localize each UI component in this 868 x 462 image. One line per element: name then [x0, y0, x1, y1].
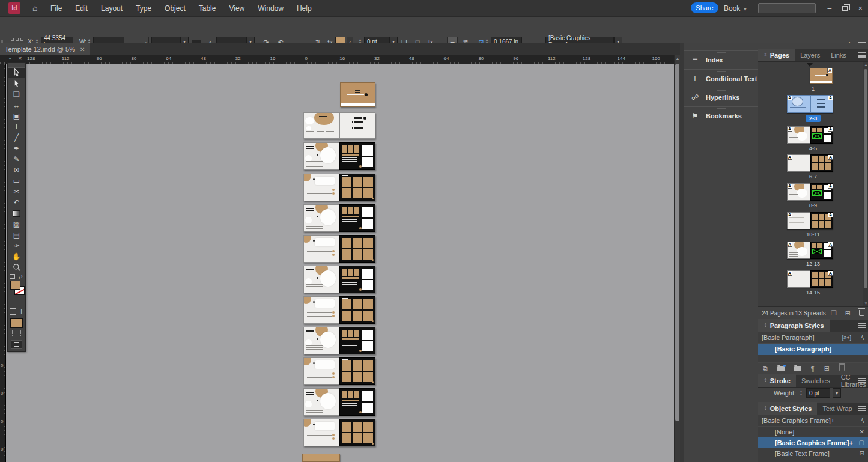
default-fill-stroke-icon[interactable]	[10, 274, 15, 279]
rectangle-frame-tool[interactable]: ⊠	[8, 165, 25, 175]
page-label-8-9[interactable]: 8-9	[758, 202, 868, 208]
gradient-feather-tool[interactable]: ▨	[8, 219, 25, 229]
page-label-1[interactable]: 1	[758, 86, 868, 92]
object-style-row[interactable]: [Basic Text Frame]⊡	[758, 448, 868, 459]
eyedropper-tool[interactable]: ✑	[8, 240, 25, 251]
collapse-panel-icon[interactable]: ⇕	[763, 52, 768, 58]
page-thumbnail-4-5[interactable]: AA	[787, 126, 833, 144]
pen-tool[interactable]: ✒	[8, 143, 25, 154]
tools-panel-grip[interactable]	[8, 63, 25, 67]
weight-dropdown[interactable]: ▾	[833, 388, 841, 398]
page-label-10-11[interactable]: 10-11	[758, 231, 868, 237]
tab-paragraph-styles[interactable]: ⇕Paragraph Styles	[758, 319, 830, 332]
canvas[interactable]: » ✕ 128112968064483216016324864809611212…	[0, 55, 680, 462]
page-thumbnail-1[interactable]: A	[810, 68, 833, 84]
pages-scroll-down-icon[interactable]: ▼	[863, 302, 868, 305]
scissors-tool[interactable]: ✂	[8, 186, 25, 197]
hand-tool[interactable]: ✋	[8, 251, 25, 262]
content-collector-tool[interactable]: ▣	[8, 111, 25, 121]
delete-style-icon[interactable]	[839, 365, 845, 372]
quick-apply-icon[interactable]: ϟ	[861, 335, 864, 341]
document-spread-grid[interactable]	[303, 357, 375, 385]
note-tool[interactable]: ▤	[8, 229, 25, 240]
page-thumbnail-2-3[interactable]: AA	[787, 95, 833, 113]
menu-view[interactable]: View	[229, 4, 244, 13]
pages-scrollbar-thumb[interactable]	[864, 69, 867, 288]
document-spread-grid[interactable]	[303, 235, 375, 263]
object-styles-menu-icon[interactable]	[858, 406, 866, 411]
document-spread-feature[interactable]	[303, 327, 375, 354]
restore-icon[interactable]	[839, 2, 851, 14]
new-page-icon[interactable]: ⊞	[845, 309, 851, 317]
object-style-row[interactable]: [None]✕	[758, 427, 868, 437]
new-group-icon[interactable]	[794, 365, 801, 372]
panel-button-bookmarks[interactable]: ⚑Bookmarks	[684, 106, 758, 125]
close-tab-icon[interactable]: ✕	[80, 46, 85, 53]
page-label-4-5[interactable]: 4-5	[758, 145, 868, 151]
document-spread-toc[interactable]	[303, 112, 375, 139]
selection-tool[interactable]	[8, 67, 25, 78]
document-spread-grid[interactable]	[303, 296, 375, 324]
share-button[interactable]: Share	[691, 2, 718, 13]
rectangle-tool[interactable]: ▭	[8, 175, 25, 186]
style-override-icon[interactable]: ⧉	[763, 365, 768, 372]
document-spread-feature[interactable]	[303, 204, 375, 232]
page-thumbnail-10-11[interactable]: AA	[787, 212, 833, 229]
redefine-icon[interactable]: ¶	[811, 365, 815, 372]
menu-table[interactable]: Table	[199, 4, 216, 13]
tab-text-wrap[interactable]: Text Wrap	[817, 402, 857, 415]
document-spread-grid[interactable]	[303, 419, 375, 446]
tab-pages[interactable]: ⇕Pages	[758, 49, 795, 61]
page-label-2-3[interactable]: 2-3	[758, 115, 868, 122]
paragraph-style-row[interactable]: [Basic Paragraph]	[758, 344, 868, 355]
page-label-12-13[interactable]: 12-13	[758, 261, 868, 267]
page-thumbnail-8-9[interactable]: AA	[787, 183, 833, 201]
page-thumbnail-14-15[interactable]: AA	[787, 270, 833, 288]
book-dropdown[interactable]: Book▾	[724, 4, 747, 13]
collapse-panel-icon[interactable]: ⇕	[763, 378, 768, 383]
menu-layout[interactable]: Layout	[101, 4, 123, 13]
weight-stepper[interactable]: ▲▼	[798, 388, 804, 398]
object-style-row[interactable]: [Basic Graphics Frame]+▢	[758, 437, 868, 448]
gap-tool[interactable]: ↔	[8, 100, 25, 111]
page-tool[interactable]: ❏	[8, 89, 25, 100]
stroke-panel-menu-icon[interactable]	[858, 378, 866, 383]
line-tool[interactable]: ╱	[8, 132, 25, 143]
delete-icon[interactable]	[859, 310, 864, 317]
new-style-icon[interactable]: ⊞	[824, 365, 830, 372]
pages-panel-menu-icon[interactable]	[858, 52, 866, 58]
menu-type[interactable]: Type	[136, 4, 151, 13]
vertical-ruler[interactable]: 0000	[0, 64, 6, 462]
pages-scroll-up-icon[interactable]: ▲	[863, 63, 868, 67]
menu-window[interactable]: Window	[258, 4, 284, 13]
page-label-6-7[interactable]: 6-7	[758, 174, 868, 180]
scrollbar-thumb[interactable]	[675, 64, 679, 421]
home-icon[interactable]: ⌂	[32, 3, 37, 13]
page-setup-icon[interactable]: ❐	[831, 309, 837, 317]
horizontal-ruler[interactable]: » ✕ 128112968064483216016324864809611212…	[0, 55, 680, 64]
document-spread-feature[interactable]	[303, 266, 375, 293]
menu-help[interactable]: Help	[297, 4, 312, 13]
paragraph-styles-menu-icon[interactable]	[858, 323, 866, 328]
search-input[interactable]	[758, 3, 816, 13]
document-spread-feature[interactable]	[303, 388, 375, 416]
dock-divider[interactable]	[680, 43, 684, 462]
document-spread-grid[interactable]	[303, 174, 375, 201]
panel-button-conditional-text[interactable]: ṮConditional Text	[684, 69, 758, 88]
apply-color-button[interactable]	[10, 318, 23, 328]
free-transform-tool[interactable]: ↶	[8, 197, 25, 208]
document-spread-back[interactable]	[302, 454, 340, 462]
weight-field[interactable]: 0 pt	[806, 388, 830, 398]
panel-button-index[interactable]: ≣Index	[684, 50, 758, 69]
collapse-panel-icon[interactable]: ⇕	[763, 323, 768, 328]
close-icon[interactable]: ×	[854, 2, 866, 14]
direct-selection-tool[interactable]	[8, 78, 25, 89]
minimize-icon[interactable]: –	[824, 2, 836, 14]
document-spread-feature[interactable]	[303, 142, 375, 170]
collapse-panel-icon[interactable]: ⇕	[763, 406, 768, 411]
ruler-arrows-icon[interactable]: »	[8, 56, 11, 61]
formatting-affects-text-icon[interactable]: T	[19, 308, 23, 315]
page-thumbnail-6-7[interactable]: AA	[787, 154, 833, 172]
style-add-icon[interactable]: [a+]	[842, 335, 851, 341]
quick-apply-icon[interactable]: ϟ	[861, 418, 864, 424]
